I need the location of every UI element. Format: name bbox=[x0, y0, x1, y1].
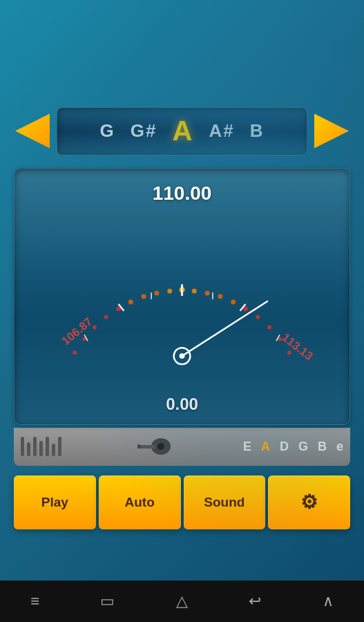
string-B[interactable]: B bbox=[318, 440, 327, 454]
fret-bar-2 bbox=[27, 442, 30, 456]
next-note-button[interactable] bbox=[313, 113, 350, 150]
svg-point-8 bbox=[167, 288, 172, 293]
right-freq-label: 113.13 bbox=[279, 330, 315, 363]
app-container: G G# A A# B 110.00 bbox=[0, 0, 364, 622]
nav-bar: ≡ ▭ △ ↩ ∧ bbox=[0, 581, 364, 622]
sound-button[interactable]: Sound bbox=[184, 475, 266, 529]
string-D[interactable]: D bbox=[280, 440, 289, 454]
settings-button[interactable]: ⚙ bbox=[268, 475, 350, 529]
fret-bar-3 bbox=[33, 437, 37, 456]
prev-note-button[interactable] bbox=[14, 113, 51, 150]
up-icon[interactable]: ∧ bbox=[323, 592, 334, 610]
svg-point-16 bbox=[267, 325, 271, 329]
note-selector: G G# A A# B bbox=[14, 107, 350, 156]
fret-bar-7 bbox=[58, 437, 61, 456]
meter-svg: 106.87 113.13 bbox=[28, 211, 336, 391]
bottom-buttons: Play Auto Sound ⚙ bbox=[14, 475, 350, 529]
left-freq-label: 106.87 bbox=[59, 314, 95, 348]
play-button[interactable]: Play bbox=[14, 475, 96, 529]
svg-point-11 bbox=[205, 290, 210, 295]
center-frequency: 110.00 bbox=[28, 182, 336, 205]
string-e-high[interactable]: e bbox=[336, 440, 343, 454]
string-notes: E A D G B e bbox=[243, 440, 343, 454]
note-Gsharp: G# bbox=[131, 120, 157, 142]
tuner-needle bbox=[182, 301, 268, 356]
svg-point-27 bbox=[157, 443, 164, 450]
svg-point-7 bbox=[154, 290, 159, 295]
note-Asharp: A# bbox=[209, 120, 234, 142]
back-icon[interactable]: ↩ bbox=[249, 592, 261, 610]
meter-svg-container: 106.87 113.13 bbox=[28, 211, 336, 391]
recent-apps-icon[interactable]: ▭ bbox=[100, 592, 115, 610]
auto-button[interactable]: Auto bbox=[99, 475, 181, 529]
note-display: G G# A A# B bbox=[57, 107, 307, 156]
guitar-svg bbox=[137, 437, 172, 456]
fret-bar-1 bbox=[21, 437, 24, 456]
svg-point-10 bbox=[192, 288, 197, 293]
svg-point-0 bbox=[73, 350, 77, 355]
svg-point-15 bbox=[256, 314, 260, 319]
string-selector: E A D G B e bbox=[14, 428, 350, 466]
note-A-active: A bbox=[173, 115, 194, 147]
home-icon[interactable]: △ bbox=[176, 592, 188, 610]
fret-bar-4 bbox=[39, 441, 43, 456]
string-A[interactable]: A bbox=[261, 440, 270, 454]
fret-bar-6 bbox=[52, 444, 55, 456]
fret-bar-5 bbox=[46, 437, 49, 456]
string-G[interactable]: G bbox=[298, 440, 308, 454]
tuner-meter: 110.00 bbox=[14, 168, 350, 425]
note-B: B bbox=[250, 120, 265, 142]
svg-point-12 bbox=[218, 294, 222, 299]
gear-icon: ⚙ bbox=[300, 491, 318, 513]
svg-point-3 bbox=[104, 314, 108, 319]
guitar-icon bbox=[137, 437, 172, 456]
string-E-low[interactable]: E bbox=[243, 440, 251, 454]
svg-point-13 bbox=[231, 299, 236, 304]
note-G: G bbox=[100, 120, 115, 142]
menu-icon[interactable]: ≡ bbox=[30, 592, 39, 610]
current-value: 0.00 bbox=[28, 395, 336, 414]
fret-bars-icon bbox=[21, 437, 61, 456]
svg-point-18 bbox=[287, 350, 291, 355]
svg-point-5 bbox=[128, 299, 133, 304]
svg-point-6 bbox=[142, 294, 146, 299]
